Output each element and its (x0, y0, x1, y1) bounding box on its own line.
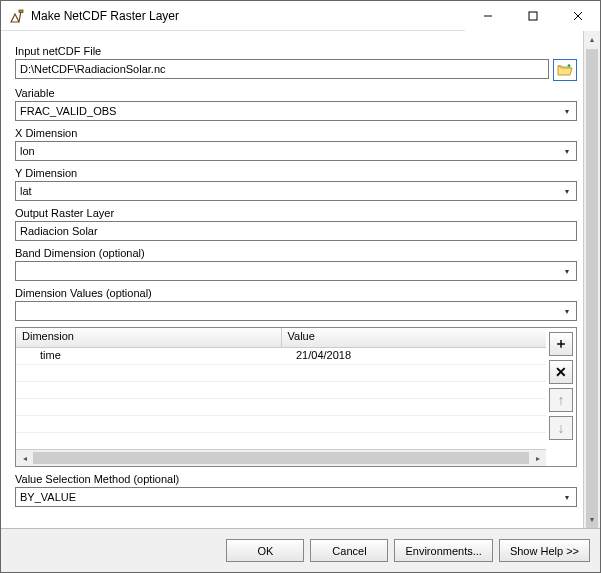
y-dimension-label: Y Dimension (15, 167, 577, 179)
arrow-up-icon: ↑ (558, 392, 565, 408)
variable-select[interactable]: ▾ (15, 101, 577, 121)
svg-rect-0 (19, 10, 23, 13)
chevron-down-icon: ▾ (558, 488, 576, 506)
output-layer-label: Output Raster Layer (15, 207, 577, 219)
ok-button[interactable]: OK (226, 539, 304, 562)
dimension-values-field[interactable] (15, 301, 577, 321)
table-body[interactable]: time 21/04/2018 (16, 348, 546, 449)
value-selection-select[interactable]: ▾ (15, 487, 577, 507)
minimize-button[interactable] (465, 1, 510, 31)
vertical-scrollbar[interactable]: ▴ ▾ (583, 31, 600, 528)
chevron-down-icon: ▾ (558, 142, 576, 160)
variable-field[interactable] (15, 101, 577, 121)
x-dimension-select[interactable]: ▾ (15, 141, 577, 161)
titlebar: Make NetCDF Raster Layer (1, 1, 600, 31)
table-header-value[interactable]: Value (282, 328, 547, 347)
dimension-values-select[interactable]: ▾ (15, 301, 577, 321)
y-dimension-select[interactable]: ▾ (15, 181, 577, 201)
table-horizontal-scrollbar[interactable]: ◂ ▸ (16, 449, 546, 466)
value-selection-field[interactable] (15, 487, 577, 507)
x-dimension-label: X Dimension (15, 127, 577, 139)
move-down-button[interactable]: ↓ (549, 416, 573, 440)
chevron-down-icon: ▾ (558, 302, 576, 320)
show-help-button[interactable]: Show Help >> (499, 539, 590, 562)
band-dimension-select[interactable]: ▾ (15, 261, 577, 281)
input-file-label: Input netCDF File (15, 45, 577, 57)
window-title: Make NetCDF Raster Layer (31, 9, 465, 23)
scroll-left-icon[interactable]: ◂ (16, 450, 33, 466)
table-cell-dimension: time (16, 348, 290, 364)
close-button[interactable] (555, 1, 600, 31)
cancel-button[interactable]: Cancel (310, 539, 388, 562)
band-dimension-label: Band Dimension (optional) (15, 247, 577, 259)
scrollbar-thumb[interactable] (586, 49, 598, 528)
table-row[interactable]: time 21/04/2018 (16, 348, 546, 365)
chevron-down-icon: ▾ (558, 182, 576, 200)
add-row-button[interactable]: ＋ (549, 332, 573, 356)
move-up-button[interactable]: ↑ (549, 388, 573, 412)
value-selection-label: Value Selection Method (optional) (15, 473, 577, 485)
cross-icon: ✕ (555, 364, 567, 380)
scroll-right-icon[interactable]: ▸ (529, 450, 546, 466)
output-layer-field[interactable] (15, 221, 577, 241)
maximize-button[interactable] (510, 1, 555, 31)
svg-rect-2 (529, 12, 537, 20)
variable-label: Variable (15, 87, 577, 99)
arrow-down-icon: ↓ (558, 420, 565, 436)
scroll-down-icon[interactable]: ▾ (584, 511, 600, 528)
environments-button[interactable]: Environments... (394, 539, 492, 562)
band-dimension-field[interactable] (15, 261, 577, 281)
dimension-values-table: Dimension Value time 21/04/2018 ◂ ▸ (15, 327, 577, 467)
plus-icon: ＋ (554, 335, 568, 353)
scroll-up-icon[interactable]: ▴ (584, 31, 600, 48)
chevron-down-icon: ▾ (558, 262, 576, 280)
x-dimension-field[interactable] (15, 141, 577, 161)
form-panel: Input netCDF File Variable ▾ X Dimension… (1, 31, 583, 528)
input-file-field[interactable] (15, 59, 549, 79)
delete-row-button[interactable]: ✕ (549, 360, 573, 384)
dimension-values-label: Dimension Values (optional) (15, 287, 577, 299)
dialog-footer: OK Cancel Environments... Show Help >> (1, 528, 600, 572)
table-header-dimension[interactable]: Dimension (16, 328, 282, 347)
browse-button[interactable] (553, 59, 577, 81)
folder-open-icon (557, 63, 573, 77)
app-icon (9, 8, 25, 24)
table-cell-value: 21/04/2018 (290, 348, 546, 364)
chevron-down-icon: ▾ (558, 102, 576, 120)
y-dimension-field[interactable] (15, 181, 577, 201)
